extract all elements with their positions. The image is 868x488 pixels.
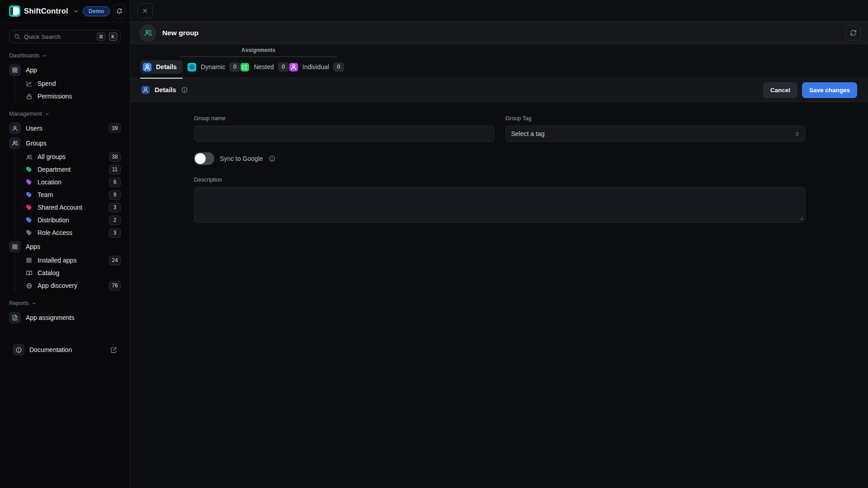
sidebar-item-app-assignments[interactable]: App assignments bbox=[5, 310, 124, 325]
item-label: Spend bbox=[38, 80, 56, 87]
info-icon bbox=[269, 155, 276, 162]
section-reports[interactable]: Reports bbox=[5, 292, 124, 310]
book-icon bbox=[25, 269, 33, 277]
k-key: K bbox=[109, 33, 117, 41]
item-label: Distribution bbox=[38, 216, 69, 224]
sync-label: Sync to Google bbox=[220, 155, 263, 162]
section-management[interactable]: Management bbox=[5, 103, 124, 121]
count-badge: 39 bbox=[109, 123, 121, 133]
item-label: Installed apps bbox=[38, 257, 76, 264]
tabs-zone: Assignments Details Dynamic 0 Nested 0 bbox=[130, 44, 868, 78]
count-badge: 76 bbox=[109, 281, 121, 291]
sidebar-item-permissions[interactable]: Permissions bbox=[15, 90, 124, 103]
group-name-field-wrap: Group name bbox=[194, 115, 495, 142]
item-label: Role Access bbox=[38, 229, 72, 236]
section-dashboards[interactable]: Dashboards bbox=[5, 44, 124, 62]
item-label: Groups bbox=[26, 140, 47, 147]
count-badge: 24 bbox=[109, 256, 121, 265]
brand-row: ShiftControl Demo bbox=[0, 0, 130, 23]
tag-icon bbox=[25, 191, 33, 198]
sidebar-item-role-access[interactable]: Role Access 3 bbox=[15, 226, 124, 239]
search-icon bbox=[14, 33, 20, 40]
description-field-wrap: Description bbox=[194, 177, 806, 224]
item-label: Apps bbox=[26, 243, 40, 250]
assignments-tab-group: Dynamic 0 Nested 0 Individual 0 bbox=[187, 62, 344, 72]
count-badge: 3 bbox=[109, 203, 121, 212]
tab-label: Dynamic bbox=[201, 63, 225, 70]
sidebar-item-users[interactable]: Users 39 bbox=[5, 121, 124, 136]
item-label: Department bbox=[38, 166, 71, 173]
sidebar-item-app[interactable]: App bbox=[5, 62, 124, 77]
description-label: Description bbox=[194, 177, 806, 183]
sidebar-item-apps[interactable]: Apps bbox=[5, 239, 124, 254]
item-label: Permissions bbox=[38, 93, 72, 100]
external-link-icon bbox=[110, 347, 117, 353]
tab-dynamic[interactable]: Dynamic 0 bbox=[187, 62, 240, 72]
count-badge: 6 bbox=[109, 178, 121, 187]
close-button[interactable] bbox=[137, 3, 153, 19]
notifications-button[interactable] bbox=[113, 4, 125, 19]
group-name-label: Group name bbox=[194, 115, 495, 122]
tag-icon bbox=[25, 178, 33, 186]
users-icon bbox=[9, 137, 21, 149]
file-icon bbox=[9, 312, 21, 324]
sidebar-item-location[interactable]: Location 6 bbox=[15, 176, 124, 188]
info-icon bbox=[181, 86, 188, 94]
person-tab-icon bbox=[142, 62, 152, 72]
tab-details[interactable]: Details bbox=[140, 60, 183, 74]
sync-toggle-row: Sync to Google bbox=[194, 152, 806, 165]
sync-google-toggle[interactable] bbox=[194, 152, 214, 165]
sidebar-item-distribution[interactable]: Distribution 2 bbox=[15, 214, 124, 226]
group-name-input[interactable] bbox=[194, 126, 495, 142]
chevron-down-icon[interactable] bbox=[73, 8, 79, 14]
nested-tab-icon bbox=[240, 62, 250, 72]
cancel-button[interactable]: Cancel bbox=[763, 82, 797, 98]
description-textarea[interactable] bbox=[194, 187, 806, 223]
chevron-down-icon bbox=[45, 112, 50, 117]
tab-individual[interactable]: Individual 0 bbox=[289, 62, 344, 72]
sidebar-item-spend[interactable]: Spend bbox=[15, 77, 124, 90]
topbar bbox=[130, 0, 868, 22]
tab-label: Individual bbox=[302, 63, 329, 70]
sidebar-item-app-discovery[interactable]: App discovery 76 bbox=[15, 279, 124, 292]
tab-count-badge: 0 bbox=[278, 62, 289, 72]
assignments-label: Assignments bbox=[180, 47, 337, 57]
chart-icon bbox=[25, 80, 33, 87]
item-label: Users bbox=[26, 125, 42, 132]
globe-icon bbox=[25, 282, 33, 289]
tab-nested[interactable]: Nested 0 bbox=[240, 62, 288, 72]
search-input[interactable]: Quick Search ⌘ K bbox=[9, 30, 121, 43]
sidebar-item-installed-apps[interactable]: Installed apps 24 bbox=[15, 254, 124, 267]
item-label: App discovery bbox=[38, 282, 77, 289]
group-tag-select[interactable]: Select a tag bbox=[505, 126, 806, 142]
person-section-icon bbox=[141, 85, 150, 94]
search-placeholder: Quick Search bbox=[24, 33, 93, 40]
sidebar-item-documentation[interactable]: Documentation bbox=[9, 342, 121, 357]
app-children: Spend Permissions bbox=[14, 77, 124, 103]
item-label: Location bbox=[38, 178, 61, 186]
sidebar-item-team[interactable]: Team 9 bbox=[15, 188, 124, 201]
save-button[interactable]: Save changes bbox=[802, 82, 857, 98]
item-label: App assignments bbox=[26, 314, 74, 321]
tab-label: Nested bbox=[254, 63, 274, 70]
groups-children: All groups 38 Department 11 Location 6 bbox=[14, 150, 124, 239]
env-badge[interactable]: Demo bbox=[83, 6, 110, 16]
group-tag-value: Select a tag bbox=[511, 130, 545, 137]
main-panel: New group Assignments Details Dynamic 0 bbox=[130, 0, 868, 488]
tag-icon bbox=[25, 204, 33, 211]
sidebar-item-department[interactable]: Department 11 bbox=[15, 163, 124, 176]
grid-icon bbox=[9, 64, 21, 76]
tabs-row: Details Dynamic 0 Nested 0 Individual 0 bbox=[140, 60, 861, 78]
sidebar-item-all-groups[interactable]: All groups 38 bbox=[15, 150, 124, 163]
refresh-button[interactable] bbox=[845, 25, 861, 41]
form-actions: Cancel Save changes bbox=[763, 82, 857, 98]
item-label: Documentation bbox=[29, 346, 72, 353]
app-logo-icon bbox=[9, 5, 20, 17]
group-form: Group name Group Tag Select a tag Sync t… bbox=[130, 102, 868, 488]
refresh-icon bbox=[850, 29, 857, 36]
chevron-down-icon bbox=[42, 53, 47, 58]
item-label: Shared Account bbox=[38, 204, 82, 211]
sidebar-item-groups[interactable]: Groups bbox=[5, 136, 124, 150]
sidebar-item-shared-account[interactable]: Shared Account 3 bbox=[15, 201, 124, 214]
sidebar-item-catalog[interactable]: Catalog bbox=[15, 267, 124, 279]
